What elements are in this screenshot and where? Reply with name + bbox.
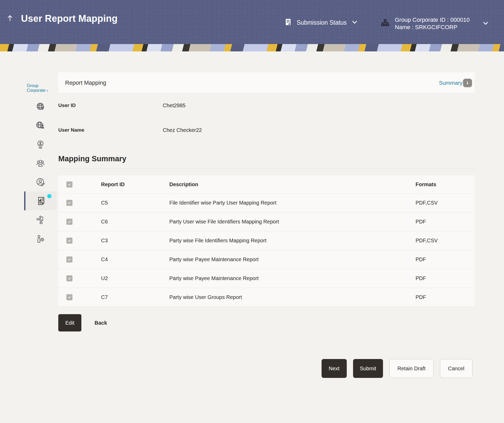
sidebar-item-icon — [35, 215, 45, 225]
summary-badge: 1 — [463, 79, 472, 87]
sidebar-item-icon — [35, 139, 45, 149]
summary-wrap: Summary 1 — [439, 79, 472, 87]
cancel-button[interactable]: Cancel — [440, 359, 472, 378]
mapping-table: Report ID Description Formats C5 File Id… — [58, 175, 475, 307]
report-id-cell: C6 — [101, 219, 169, 225]
submit-button[interactable]: Submit — [353, 359, 383, 378]
formats-cell: PDF — [416, 294, 475, 300]
description-cell: Party wise User Groups Report — [169, 294, 416, 300]
user-id-label: User ID — [58, 103, 163, 108]
report-id-cell: C3 — [101, 238, 169, 244]
back-button[interactable]: Back — [94, 320, 107, 326]
row-actions: Edit Back — [58, 314, 475, 331]
retain-draft-button[interactable]: Retain Draft — [389, 359, 434, 378]
table-row: C4 Party wise Payee Maintenance Report P… — [58, 250, 475, 269]
table-row: C5 File Identifier wise Party User Mappi… — [58, 194, 475, 212]
app-header: User Report Mapping Submission Status — [0, 0, 504, 44]
chevron-right-icon: › — [47, 88, 48, 93]
group-corporate-info: Group Corporate ID : 000010 Name : SRKGC… — [395, 16, 470, 31]
main-content: Report Mapping Summary 1 User ID Chet298… — [58, 51, 475, 378]
formats-cell: PDF,CSV — [416, 238, 475, 244]
report-id-cell: C7 — [101, 294, 169, 300]
row-checkbox[interactable] — [66, 200, 72, 206]
footer-actions: Next Submit Retain Draft Cancel — [58, 359, 475, 378]
group-corporate-id: Group Corporate ID : 000010 — [395, 16, 470, 24]
section-divider — [58, 168, 475, 169]
select-all-checkbox[interactable] — [66, 181, 72, 188]
table-row: C7 Party wise User Groups Report PDF — [58, 288, 475, 307]
hierarchy-icon — [380, 18, 390, 29]
user-id-value: Chet2985 — [163, 103, 186, 109]
report-id-cell: U2 — [101, 275, 169, 281]
group-corporate-name: Name : SRKGCIFCORP — [395, 24, 470, 31]
sidebar-item-workflow[interactable] — [24, 210, 57, 229]
wizard-sidebar: Group Corporate › — [24, 81, 57, 248]
user-id-row: User ID Chet2985 — [58, 102, 475, 109]
formats-cell: PDF — [416, 219, 475, 225]
summary-link[interactable]: Summary — [439, 80, 463, 86]
sidebar-item-icon — [35, 177, 45, 187]
submission-status-label: Submission Status — [297, 19, 346, 26]
description-cell: Party wise Payee Maintenance Report — [169, 275, 416, 281]
card-title: Report Mapping — [65, 79, 439, 86]
col-formats: Formats — [416, 181, 475, 188]
report-id-cell: C4 — [101, 256, 169, 263]
sidebar-item-report[interactable] — [24, 191, 57, 210]
col-report-id: Report ID — [101, 181, 169, 188]
section-title: Mapping Summary — [58, 154, 475, 163]
table-row: U2 Party wise Payee Maintenance Report P… — [58, 269, 475, 288]
sidebar-item-icon — [36, 196, 46, 206]
sidebar-item-user-gear[interactable] — [24, 229, 57, 248]
formats-cell: PDF — [416, 275, 475, 281]
group-corporate-selector[interactable]: Group Corporate ID : 000010 Name : SRKGC… — [380, 16, 490, 31]
user-name-value: Chez Checker22 — [163, 127, 202, 133]
sidebar-item-user-edit[interactable] — [24, 173, 57, 191]
active-step-dot — [47, 194, 51, 198]
row-checkbox[interactable] — [66, 256, 72, 263]
chevron-down-icon — [351, 18, 359, 27]
next-button[interactable]: Next — [322, 359, 347, 378]
sidebar-item-icon — [35, 120, 45, 130]
table-header-row: Report ID Description Formats — [58, 175, 475, 194]
report-mapping-header: Report Mapping Summary 1 — [58, 72, 475, 93]
scroll-top-icon[interactable] — [5, 14, 15, 23]
description-cell: File Identifier wise Party User Mapping … — [169, 200, 416, 206]
formats-cell: PDF,CSV — [416, 200, 475, 206]
row-checkbox[interactable] — [66, 238, 72, 244]
table-row: C6 Party User wise File Identifiers Mapp… — [58, 212, 475, 231]
table-row: C3 Party wise File Identifiers Mapping R… — [58, 231, 475, 250]
user-name-label: User Name — [58, 127, 163, 133]
row-checkbox[interactable] — [66, 219, 72, 225]
submission-status-dropdown[interactable]: Submission Status — [284, 18, 359, 27]
chevron-down-icon — [482, 19, 490, 28]
user-name-row: User Name Chez Checker22 — [58, 127, 475, 133]
sidebar-item-users-group[interactable] — [24, 154, 57, 173]
report-id-cell: C5 — [101, 200, 169, 206]
description-cell: Party wise File Identifiers Mapping Repo… — [169, 238, 416, 244]
sidebar-item-icon — [35, 101, 45, 111]
sidebar-item-icon — [35, 158, 45, 168]
col-description: Description — [169, 181, 416, 188]
sidebar-group-corporate-label: Group Corporate — [27, 83, 45, 93]
row-checkbox[interactable] — [66, 275, 72, 281]
sidebar-item-icon — [35, 234, 45, 244]
formats-cell: PDF — [416, 256, 475, 263]
sidebar-item-globe-user[interactable] — [24, 116, 57, 135]
sidebar-group-corporate-link[interactable]: Group Corporate › — [27, 83, 53, 93]
user-fields: User ID Chet2985 User Name Chez Checker2… — [58, 102, 475, 133]
sidebar-item-user-card[interactable] — [24, 135, 57, 154]
sidebar-item-globe-sync[interactable] — [24, 97, 57, 116]
row-checkbox[interactable] — [66, 294, 72, 300]
edit-button[interactable]: Edit — [58, 314, 81, 331]
description-cell: Party wise Payee Maintenance Report — [169, 256, 416, 263]
description-cell: Party User wise File Identifiers Mapping… — [169, 219, 416, 225]
decorative-banner — [0, 44, 504, 51]
page-title: User Report Mapping — [21, 13, 118, 24]
submission-status-icon — [284, 18, 292, 27]
